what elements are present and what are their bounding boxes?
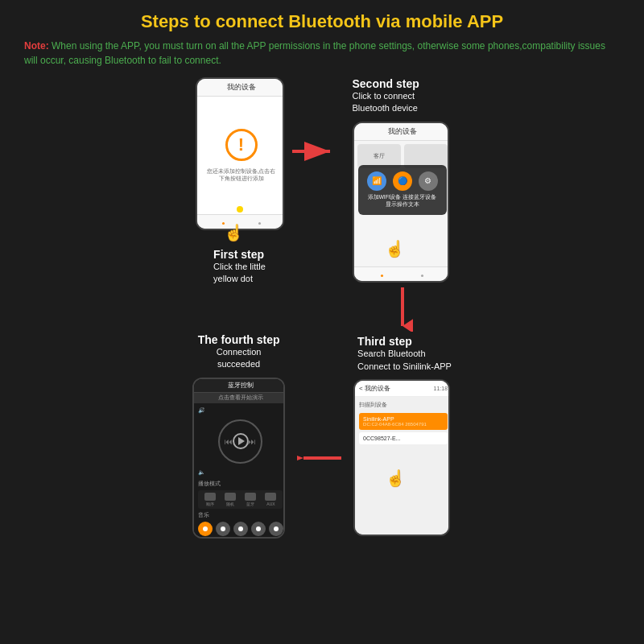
music-btn-2[interactable] [216, 522, 230, 536]
step1-text-block: First step Click the little yellow dot [213, 248, 266, 286]
page-title: Steps to connect Bluetooth via mobile AP… [16, 11, 628, 32]
phone2-nav-icon-person [417, 270, 428, 281]
nav-icon-home [217, 218, 229, 229]
mode-text-1: 顺序 [206, 502, 214, 506]
step3-block: Third step Search Bluetooth Connect to S… [353, 335, 452, 536]
phone1-header: 我的设备 [197, 79, 284, 97]
step4-text-block: The fourth step Connection succeeded [198, 333, 280, 371]
phone2-mockup: 我的设备 客厅 📶 [353, 122, 449, 283]
mode-label: 播放模式 [198, 480, 221, 488]
step4-desc1: Connection [198, 346, 280, 358]
device-item-2[interactable]: 0CC98527-E... [359, 432, 448, 444]
phone4-screen: 蓝牙控制 点击查看开始演示 🔊 ⏮ [194, 379, 285, 539]
popup-bt-icon[interactable]: 🔵 [393, 171, 412, 191]
phone4-header: 蓝牙控制 [194, 379, 285, 394]
phone2-body: 客厅 📶 🔵 [354, 141, 449, 266]
mode-item-1[interactable]: 顺序 [204, 493, 216, 506]
music-buttons-row [198, 522, 283, 536]
nav-dot-active2 [381, 275, 383, 277]
note-label: Note: [24, 40, 49, 52]
music-dot-4 [256, 526, 261, 531]
step4-block: The fourth step Connection succeeded 蓝牙控… [192, 333, 285, 539]
nav-icon-person [254, 218, 265, 229]
bt-symbol: 🔵 [398, 176, 407, 185]
phone2-wrapper: 我的设备 客厅 📶 [353, 122, 449, 283]
step3-title: Third step [357, 335, 452, 348]
phone4-wrapper: 蓝牙控制 点击查看开始演示 🔊 ⏮ [192, 378, 285, 539]
step2-text-block: Second step Click to connect Bluetooth d… [353, 77, 419, 115]
phone3-body: 扫描到设备 Sinilink-APP DC:C2-04A8-6C84 26504… [355, 397, 450, 536]
phone2-bottom-nav [354, 266, 449, 283]
note-section: Note: When using the APP, you must turn … [16, 39, 628, 68]
arrow-right-1 [292, 142, 336, 165]
mode-icon-2 [225, 493, 236, 501]
step3-desc1: Search Bluetooth [357, 348, 452, 360]
gear-symbol: ⚙ [424, 176, 431, 185]
nav-dot-inactive2 [421, 275, 423, 277]
step3-text-block: Third step Search Bluetooth Connect to S… [353, 335, 452, 373]
next-btn[interactable]: ⏭ [246, 436, 258, 447]
music-dot-3 [238, 526, 243, 531]
music-btn-5[interactable] [269, 522, 283, 536]
arrow-left-1 [297, 448, 341, 472]
top-steps-row: 我的设备 ! 您还未添加控制设备,点击右下角按钮进行添加 [16, 77, 628, 286]
device-name: Sinilink-APP [363, 416, 444, 422]
phone4-body: 🔊 ⏮ ⏭ [194, 403, 285, 539]
step1-desc1: Click the little [213, 261, 266, 273]
phone1-body: ! 您还未添加控制设备,点击右下角按钮进行添加 [197, 97, 284, 214]
device-item-selected[interactable]: Sinilink-APP DC:C2-04A8-6C84 26504791 [359, 413, 448, 430]
control-circle: ⏮ ⏭ [218, 419, 262, 464]
mode-text-3: 蓝牙 [246, 502, 254, 506]
warning-icon: ! [238, 136, 244, 154]
next-icon: ⏭ [248, 437, 256, 446]
wifi-symbol: 📶 [372, 176, 382, 185]
scan-label: 扫描到设备 [359, 401, 448, 409]
mid-arrow-row [16, 286, 628, 333]
popup-gear-icon[interactable]: ⚙ [419, 171, 438, 191]
nav-dot-active [222, 222, 225, 225]
volume-bottom: 🔈 [198, 469, 205, 476]
mode-item-2[interactable]: 随机 [225, 493, 236, 506]
phone4-mockup: 蓝牙控制 点击查看开始演示 🔊 ⏮ [192, 378, 285, 539]
phone3-wrapper: < 我的设备 11:18 扫描到设备 Sinilink-APP DC:C2-04… [353, 379, 450, 536]
warning-circle: ! [225, 129, 258, 161]
step2-desc1: Click to connect [353, 90, 419, 102]
step2-title: Second step [353, 77, 419, 90]
music-btn-4[interactable] [251, 522, 266, 536]
popup-text: 添加WIFI设备 连接蓝牙设备 显示操作文本 [365, 194, 440, 208]
music-dot-1 [203, 526, 208, 531]
device-mac2: 0CC98527-E... [363, 436, 444, 441]
phone2-header: 我的设备 [354, 123, 449, 141]
music-btn-3[interactable] [233, 522, 248, 536]
music-label: 音乐 [198, 511, 209, 519]
play-icon [238, 437, 245, 445]
mode-text-4: AUX [266, 502, 275, 506]
volume-top: 🔊 [198, 407, 205, 414]
nav-dot-inactive [258, 222, 261, 225]
mode-icon-1 [204, 493, 216, 501]
popup-overlay: 📶 🔵 ⚙ 添加WIFI设备 连接蓝牙设备 显示操作文本 [358, 165, 447, 215]
step1-block: 我的设备 ! 您还未添加控制设备,点击右下角按钮进行添加 [196, 77, 284, 286]
mode-item-4[interactable]: AUX [265, 493, 276, 506]
mode-icon-3 [245, 493, 256, 501]
popup-wifi-icon[interactable]: 📶 [367, 171, 386, 191]
phone2-screen: 我的设备 客厅 📶 [354, 123, 449, 283]
phone2-nav-icon-home [377, 270, 388, 281]
mode-icon-4 [265, 493, 276, 501]
yellow-dot[interactable] [237, 206, 243, 213]
mode-row: 顺序 随机 蓝牙 [198, 490, 283, 509]
music-btn-1[interactable] [198, 522, 213, 536]
step1-desc2: yellow dot [213, 273, 266, 285]
phone4-sub: 点击查看开始演示 [194, 393, 285, 402]
popup-icons-row: 📶 🔵 ⚙ [367, 171, 438, 191]
mode-item-3[interactable]: 蓝牙 [245, 493, 256, 506]
device-mac1: DC:C2-04A8-6C84 26504791 [363, 422, 444, 427]
mode-text-2: 随机 [226, 502, 234, 506]
phone3-mockup: < 我的设备 11:18 扫描到设备 Sinilink-APP DC:C2-04… [353, 379, 450, 536]
step3-desc2: Connect to Sinilink-APP [357, 361, 452, 373]
note-body: When using the APP, you must turn on all… [24, 40, 605, 66]
prev-btn[interactable]: ⏮ [223, 436, 234, 447]
step2-desc2: Bluetooth device [353, 102, 419, 114]
step4-desc2: succeeded [198, 358, 280, 370]
music-dot-5 [274, 526, 279, 531]
